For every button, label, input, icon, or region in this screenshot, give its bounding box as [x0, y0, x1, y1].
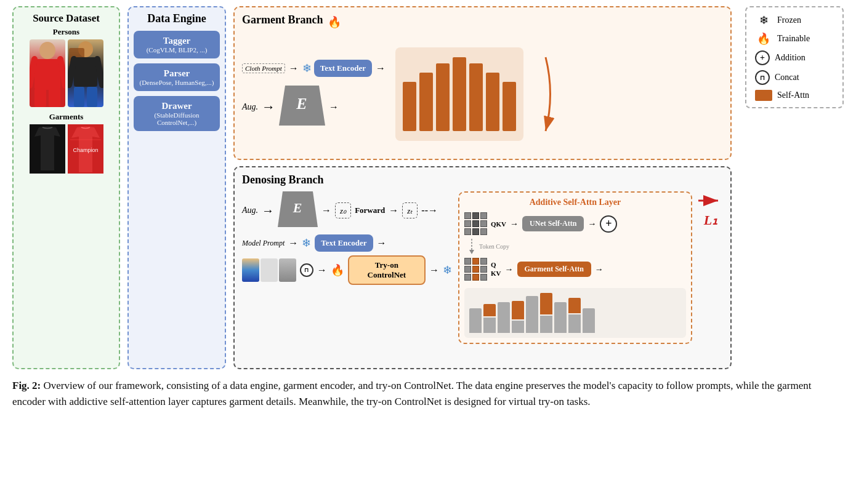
- tagger-title: Tagger: [137, 36, 216, 46]
- concat-symbol-tryon: ⊓: [300, 263, 313, 277]
- data-engine-title: Data Engine: [147, 12, 206, 26]
- trainable-icon: 🔥: [755, 32, 772, 46]
- source-dataset-title: Source Dataset: [33, 12, 100, 25]
- denoising-branch: Denosing Branch Aug. → E: [233, 166, 732, 369]
- legend-self-attn: Self-Attn: [755, 90, 834, 101]
- garment-self-attn-box: Garment Self-Attn: [517, 262, 591, 277]
- denoising-top-row: Aug. → E → z₀: [242, 191, 452, 230]
- tryon-img-gray: [279, 258, 296, 282]
- text-encoder-denoising: Text Encoder: [315, 234, 373, 252]
- aug-label-denoising: Aug.: [242, 206, 258, 215]
- garment-self-attn-row: Q KV → Garment Self-Attn →: [464, 258, 686, 281]
- tryon-img-white: [260, 258, 278, 282]
- token-copy-row: Token Copy: [467, 239, 686, 254]
- svg-rect-2: [34, 89, 46, 107]
- frozen-icon: ❄: [755, 14, 772, 27]
- additive-self-attn-layer: Additive Self-Attn Layer: [458, 191, 692, 344]
- text-encoder-garment: Text Encoder: [314, 60, 372, 77]
- parser-box: Parser (DensePose, HumanSeg,...): [134, 63, 220, 91]
- denoising-branch-title: Denosing Branch: [242, 174, 723, 186]
- garments-images: Champion: [30, 124, 103, 174]
- parser-sub: (DensePose, HumanSeg,...): [137, 79, 216, 86]
- l1-label: L₁: [704, 212, 717, 228]
- cloth-prompt-label: Cloth Prompt: [242, 63, 285, 73]
- svg-point-0: [39, 42, 55, 59]
- svg-text:E: E: [296, 95, 307, 113]
- tryon-controlnet-box: Try-on ControlNet: [348, 255, 426, 285]
- svg-text:Champion: Champion: [73, 147, 98, 153]
- tryon-input-images: [242, 258, 296, 282]
- arrow-after-text-encoder: →: [376, 63, 386, 74]
- l1-arrow: [698, 191, 723, 210]
- trainable-label: Trainable: [777, 34, 810, 44]
- self-attn-label: Self-Attn: [777, 90, 809, 100]
- caption-bold: Fig. 2:: [12, 380, 41, 391]
- snowflake-controlnet: ❄: [443, 263, 452, 277]
- l1-output: L₁: [698, 191, 723, 228]
- qkv-cube-stack-garment: [464, 258, 487, 281]
- forward-label: Forward: [355, 206, 385, 215]
- svg-rect-10: [74, 87, 84, 107]
- svg-marker-24: [469, 250, 474, 254]
- caption-text: Overview of our framework, consisting of…: [12, 380, 811, 407]
- main-container: Source Dataset Persons: [0, 0, 856, 504]
- persons-images: [30, 39, 103, 107]
- garments-label: Garments: [49, 112, 84, 122]
- garment-branch-content: Cloth Prompt → ❄ Text Encoder →: [242, 35, 723, 153]
- concat-icon: ⊓: [755, 70, 770, 85]
- addition-icon: +: [755, 50, 770, 65]
- additive-layer-title: Additive Self-Attn Layer: [464, 198, 686, 207]
- svg-line-13: [97, 59, 102, 85]
- addition-circle: +: [600, 215, 617, 233]
- zt-box: zₜ: [402, 202, 418, 218]
- garment-image-2: Champion: [68, 124, 103, 174]
- garment-branch: Garment Branch 🔥 Cloth Prompt →: [233, 6, 732, 160]
- parser-title: Parser: [137, 68, 216, 79]
- garment-feature-vis: [395, 47, 523, 141]
- aug-label-garment: Aug.: [242, 102, 258, 112]
- svg-line-5: [60, 59, 65, 86]
- svg-text:E: E: [293, 200, 302, 215]
- self-attn-icon: [755, 90, 772, 101]
- tagger-box: Tagger (CogVLM, BLIP2, ...): [134, 31, 220, 58]
- bottom-feature-vis: [464, 288, 686, 338]
- tryon-img-person: [242, 258, 259, 282]
- encoder-e-garment: E: [279, 86, 325, 126]
- curved-arrow-down: [533, 51, 558, 137]
- tryon-controlnet-row: ⊓ → 🔥 Try-on ControlNet → ❄: [242, 255, 452, 285]
- legend-concat: ⊓ Concat: [755, 70, 834, 85]
- persons-label: Persons: [53, 27, 79, 37]
- legend-addition: + Addition: [755, 50, 834, 65]
- snowflake-text-encoder-denoising: ❄: [302, 236, 311, 250]
- figure-caption: Fig. 2: Overview of our framework, consi…: [12, 378, 844, 409]
- token-copy-label: Token Copy: [479, 243, 509, 250]
- qkv-label: QKV: [491, 220, 506, 228]
- unet-self-attn-box: UNet Self-Attn: [522, 216, 584, 231]
- drawer-sub: (StableDiffusion ControlNet,...): [137, 111, 216, 126]
- frozen-label: Frozen: [777, 15, 801, 25]
- arrow-after-encoder-garment: →: [329, 102, 339, 113]
- drawer-box: Drawer (StableDiffusion ControlNet,...): [134, 96, 220, 131]
- z0-label: z₀: [340, 206, 346, 215]
- arrow-to-encoder: →: [289, 63, 299, 74]
- svg-rect-1: [34, 59, 60, 90]
- svg-rect-3: [49, 89, 60, 107]
- person-image-2: [68, 39, 103, 107]
- addition-label: Addition: [775, 53, 806, 63]
- denoising-bottom-rows: Model Prompt → ❄ Text Encoder →: [242, 234, 452, 285]
- diagram-area: Source Dataset Persons: [12, 6, 844, 369]
- legend-panel: ❄ Frozen 🔥 Trainable + Addition ⊓ Concat…: [745, 6, 844, 108]
- additive-layer-content: QKV → UNet Self-Attn → +: [464, 212, 686, 338]
- q-kv-labels: Q KV: [491, 261, 501, 277]
- garment-image-1: [30, 124, 65, 174]
- branches-area: Garment Branch 🔥 Cloth Prompt →: [233, 6, 732, 369]
- legend-frozen: ❄ Frozen: [755, 14, 834, 27]
- svg-line-4: [30, 59, 34, 86]
- flame-icon-garment: 🔥: [328, 15, 341, 29]
- snowflake-icon-text-encoder: ❄: [302, 62, 312, 75]
- svg-rect-8: [74, 57, 97, 87]
- data-engine-panel: Data Engine Tagger (CogVLM, BLIP2, ...) …: [127, 6, 226, 369]
- flame-icon-controlnet: 🔥: [331, 263, 344, 277]
- encoder-e-denoising: E: [278, 191, 318, 230]
- zt-label: zₜ: [407, 206, 413, 215]
